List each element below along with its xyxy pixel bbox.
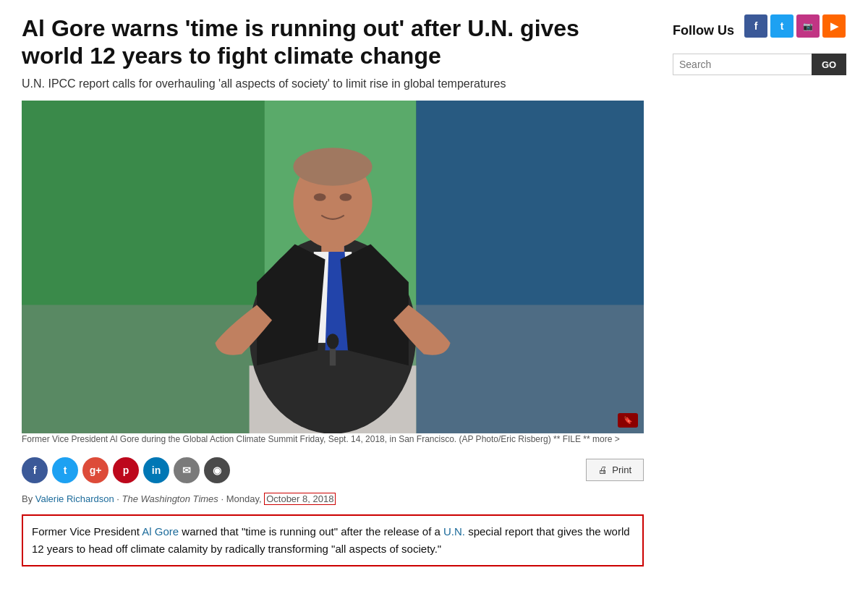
share-email-button[interactable]: ✉ (174, 457, 200, 483)
svg-point-16 (339, 193, 352, 200)
social-icons-row: f t 📷 ▶ (744, 14, 846, 38)
search-input[interactable] (673, 54, 812, 75)
svg-point-14 (293, 148, 372, 185)
watermark: 🔖 (618, 413, 638, 428)
printer-icon: 🖨 (598, 464, 608, 475)
byline: By Valerie Richardson · The Washington T… (22, 493, 644, 504)
date-highlight: October 8, 2018 (264, 493, 336, 505)
article-subtitle: U.N. IPCC report calls for overhauling '… (22, 77, 644, 90)
sidebar-twitter-icon[interactable]: t (770, 14, 793, 38)
share-facebook-button[interactable]: f (22, 457, 48, 483)
article-image-container: 🔖 Former Vice President Al Gore during t… (22, 101, 644, 446)
share-more-button[interactable]: ◉ (204, 457, 230, 483)
sidebar-facebook-icon[interactable]: f (744, 14, 767, 38)
sidebar: Follow Us f t 📷 ▶ (673, 14, 846, 577)
share-google-button[interactable]: g+ (82, 457, 109, 483)
article-title: Al Gore warns 'time is running out' afte… (22, 14, 644, 70)
main-content: Al Gore warns 'time is running out' afte… (22, 14, 644, 577)
sidebar-rss-icon[interactable]: ▶ (822, 14, 846, 38)
follow-us-header: Follow Us f t 📷 ▶ (673, 14, 846, 46)
image-caption: Former Vice President Al Gore during the… (22, 433, 644, 446)
article-image: 🔖 (22, 101, 644, 433)
author-link[interactable]: Valerie Richardson (35, 493, 114, 504)
svg-point-18 (327, 334, 339, 349)
search-go-button[interactable]: GO (812, 54, 846, 75)
un-link[interactable]: U.N. (443, 525, 465, 538)
search-form: GO (673, 54, 846, 75)
follow-us-section: Follow Us f t 📷 ▶ (673, 14, 846, 75)
share-pinterest-button[interactable]: p (113, 457, 139, 483)
share-twitter-button[interactable]: t (52, 457, 78, 483)
watermark-text: 🔖 (624, 416, 632, 424)
svg-point-15 (314, 193, 326, 200)
print-button[interactable]: 🖨 Print (586, 459, 644, 481)
al-gore-link[interactable]: Al Gore (142, 525, 179, 538)
social-share-bar: f t g+ p in ✉ ◉ 🖨 Print (22, 457, 644, 483)
share-linkedin-button[interactable]: in (143, 457, 169, 483)
article-body-highlight: Former Vice President Al Gore warned tha… (22, 514, 644, 566)
sidebar-instagram-icon[interactable]: 📷 (796, 14, 820, 38)
follow-us-title: Follow Us (673, 23, 734, 38)
